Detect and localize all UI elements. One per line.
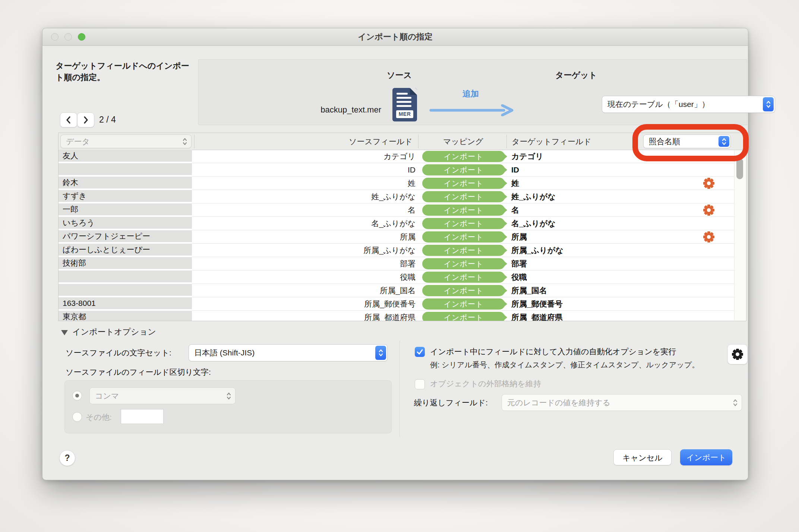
table-row[interactable]: すずき 姓_ふりがな インポート 姓_ふりがな (59, 190, 746, 203)
source-data-value: 163-8001 (59, 297, 192, 309)
scrollbar-thumb[interactable] (736, 158, 743, 179)
source-field-name: ID (193, 163, 416, 177)
import-button[interactable]: インポート (680, 449, 732, 465)
source-column-label: ソース (387, 70, 412, 81)
data-preview-select[interactable]: データ (60, 134, 192, 148)
charset-select[interactable]: 日本語 (Shift-JIS) (189, 344, 388, 361)
source-field-name: 役職 (193, 270, 416, 284)
help-button[interactable]: ? (59, 450, 75, 466)
previous-record-button[interactable] (60, 113, 77, 127)
target-field-name: 役職 (511, 270, 527, 284)
import-action-label: 追加 (445, 88, 497, 99)
field-sort-select[interactable]: 照合名順 (643, 134, 731, 148)
cancel-button[interactable]: キャンセル (613, 449, 672, 465)
target-table-value: 現在のテーブル（「user」） (607, 96, 760, 113)
auto-enter-example: 例: シリアル番号、作成タイムスタンプ、修正タイムスタンプ、ルックアップ。 (430, 360, 699, 370)
table-scrollbar[interactable] (734, 150, 746, 320)
mapping-import-button[interactable]: インポート (422, 218, 505, 229)
target-field-header: ターゲットフィールド (512, 133, 591, 150)
container-storage-label: オブジェクトの外部格納を維持 (430, 378, 541, 390)
chevron-right-icon (82, 115, 89, 124)
table-row[interactable]: 技術部 部署 インポート 部署 (59, 257, 746, 270)
window-title: インポート順の指定 (42, 28, 748, 45)
field-options-gear-icon[interactable] (703, 178, 714, 189)
field-sort-value: 照合名順 (649, 135, 716, 148)
mapping-header: マッピング (435, 133, 491, 150)
source-field-name: 部署 (193, 257, 416, 270)
table-row[interactable]: 163-8001 所属_郵便番号 インポート 所属_郵便番号 (59, 297, 746, 311)
next-record-button[interactable] (77, 113, 94, 127)
title-bar: インポート順の指定 (42, 28, 748, 46)
table-body: 友人 カテゴリ インポート カテゴリ ID インポート ID 鈴木 姓 インポー… (59, 150, 746, 321)
target-field-name: 姓_ふりがな (511, 190, 556, 203)
repeating-field-select[interactable]: 元のレコードの値を維持する (502, 394, 742, 411)
target-field-name: 所属_郵便番号 (511, 297, 563, 311)
target-column-label: ターゲット (555, 70, 597, 81)
delimiter-select[interactable]: コンマ (89, 387, 236, 404)
auto-enter-label: インポート中にフィールドに対して入力値の自動化オプションを実行 (430, 346, 676, 358)
dialog-description: ターゲットフィールドへのインポート順の指定。 (56, 60, 194, 83)
options-divider (400, 341, 400, 437)
stepper-icon (719, 136, 729, 147)
table-row[interactable]: ぱわーしふとじぇーぴー 所属_ふりがな インポート 所属_ふりがな (59, 244, 746, 257)
source-field-header: ソースフィールド (319, 133, 413, 150)
mapping-import-button[interactable]: インポート (422, 231, 505, 243)
source-data-value (59, 270, 192, 282)
mapping-import-button[interactable]: インポート (422, 312, 505, 321)
source-data-value (59, 163, 192, 175)
source-data-value: ぱわーしふとじぇーぴー (59, 244, 192, 256)
table-row[interactable]: 役職 インポート 役職 (59, 270, 746, 284)
table-row[interactable]: 友人 カテゴリ インポート カテゴリ (59, 150, 746, 163)
source-field-name: カテゴリ (193, 150, 416, 163)
container-storage-checkbox[interactable] (415, 379, 425, 389)
mapping-import-button[interactable]: インポート (422, 164, 505, 175)
target-field-name: 部署 (511, 257, 527, 270)
table-row[interactable]: 東京都 所属_都道府県 インポート 所属_都道府県 (59, 311, 746, 321)
delimiter-other-radio[interactable] (72, 412, 82, 422)
mapping-import-button[interactable]: インポート (422, 272, 505, 283)
delimiter-comma-radio[interactable] (72, 391, 82, 400)
target-field-name: 所属_都道府県 (511, 311, 563, 321)
source-field-name: 所属_ふりがな (193, 244, 416, 257)
table-row[interactable]: 所属_国名 インポート 所属_国名 (59, 284, 746, 297)
source-data-value: パワーシフトジェーピー (59, 230, 192, 242)
auto-enter-checkbox[interactable] (415, 347, 425, 357)
stepper-icon (179, 136, 190, 147)
field-options-gear-icon[interactable] (703, 205, 714, 216)
mapping-import-button[interactable]: インポート (422, 178, 505, 189)
table-row[interactable]: ID インポート ID (59, 163, 746, 177)
gear-icon (732, 349, 743, 360)
repeating-field-value: 元のレコードの値を維持する (507, 395, 727, 411)
source-data-value: 東京都 (59, 311, 192, 321)
mapping-import-button[interactable]: インポート (422, 205, 505, 216)
delimiter-other-input[interactable] (121, 409, 164, 424)
target-field-name: 所属 (511, 230, 527, 244)
source-data-value: 友人 (59, 150, 192, 162)
stepper-icon (763, 97, 774, 111)
target-table-select[interactable]: 現在のテーブル（「user」） (602, 96, 775, 113)
mapping-import-button[interactable]: インポート (422, 151, 505, 162)
auto-enter-options-button[interactable] (727, 344, 748, 364)
mapping-import-button[interactable]: インポート (422, 191, 505, 202)
source-file-name: backup_text.mer (299, 105, 381, 115)
table-row[interactable]: いちろう 名_ふりがな インポート 名_ふりがな (59, 217, 746, 230)
source-target-panel: ソース ターゲット backup_text.mer MER 追加 現在のテーブル… (198, 59, 747, 125)
disclosure-triangle-icon[interactable] (61, 330, 68, 335)
delimiter-value: コンマ (95, 388, 220, 404)
chevron-left-icon (65, 115, 72, 124)
mapping-import-button[interactable]: インポート (422, 298, 505, 310)
mapping-import-button[interactable]: インポート (422, 258, 505, 269)
field-options-gear-icon[interactable] (703, 231, 714, 243)
source-data-value: いちろう (59, 217, 192, 229)
import-arrow-icon (429, 104, 515, 116)
data-preview-value: データ (66, 135, 176, 148)
table-row[interactable]: パワーシフトジェーピー 所属 インポート 所属 (59, 230, 746, 244)
charset-value: 日本語 (Shift-JIS) (194, 345, 372, 361)
mapping-import-button[interactable]: インポート (422, 245, 505, 256)
charset-label: ソースファイルの文字セット: (66, 344, 171, 361)
desktop-background: インポート順の指定 ターゲットフィールドへのインポート順の指定。 2 / 4 ソ… (0, 0, 799, 532)
source-data-value: 一郎 (59, 203, 192, 215)
table-row[interactable]: 鈴木 姓 インポート 姓 (59, 177, 746, 190)
mapping-import-button[interactable]: インポート (422, 285, 505, 296)
table-row[interactable]: 一郎 名 インポート 名 (59, 203, 746, 217)
